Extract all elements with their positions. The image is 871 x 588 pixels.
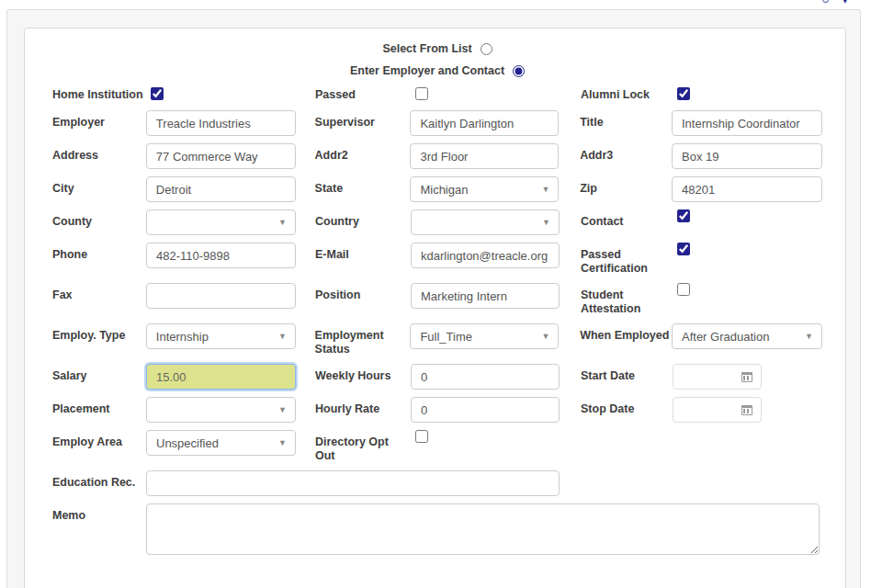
education-rec-input[interactable] [146, 470, 560, 496]
email-label: E-Mail [315, 243, 411, 262]
passed-label: Passed [315, 87, 411, 102]
employ-area-label: Employ Area [52, 430, 146, 449]
partial-circle-icon[interactable]: ○ [821, 0, 830, 6]
phone-label: Phone [52, 243, 146, 262]
placement-label: Placement [52, 397, 146, 416]
title-label: Title [580, 110, 672, 130]
passed-certification-checkbox[interactable] [677, 243, 690, 255]
chevron-down-icon: ▼ [805, 333, 813, 341]
when-employed-select[interactable]: After Graduation ▼ [672, 323, 822, 349]
enter-employer-and-contact-radio[interactable] [513, 65, 525, 77]
addr3-label: Addr3 [580, 143, 672, 163]
zip-label: Zip [580, 176, 672, 196]
education-rec-label: Education Rec. [52, 470, 146, 490]
directory-opt-out-label: Directory Opt Out [315, 430, 411, 463]
placement-select[interactable]: ▼ [146, 397, 296, 423]
position-label: Position [315, 283, 411, 302]
country-label: Country [315, 209, 411, 229]
fax-label: Fax [52, 283, 146, 302]
chevron-down-icon: ▼ [542, 333, 550, 341]
employ-area-select[interactable]: Unspecified ▼ [146, 430, 296, 456]
alumni-lock-label: Alumni Lock [581, 87, 673, 102]
mode-row-enter-employer: Enter Employer and Contact [52, 63, 822, 78]
address-input[interactable] [146, 143, 296, 169]
chevron-down-icon: ▼ [542, 219, 550, 227]
title-input[interactable] [672, 110, 822, 136]
enter-employer-and-contact-label: Enter Employer and Contact [350, 64, 504, 77]
calendar-icon[interactable] [741, 372, 752, 382]
calendar-icon[interactable] [741, 405, 752, 415]
start-date-input[interactable] [673, 364, 762, 390]
supervisor-label: Supervisor [315, 110, 411, 130]
row-placement-rate-stopdate: Placement ▼ Hourly Rate Stop Date [52, 397, 822, 423]
row-memo: Memo [52, 503, 822, 559]
country-select[interactable]: ▼ [411, 209, 560, 235]
home-institution-label: Home Institution [52, 87, 146, 102]
row-education-rec: Education Rec. [52, 470, 822, 496]
fax-input[interactable] [146, 283, 296, 309]
employer-form-card: Select From List Enter Employer and Cont… [24, 28, 846, 588]
alumni-lock-checkbox[interactable] [677, 87, 690, 100]
county-select[interactable]: ▼ [146, 209, 296, 235]
addr2-label: Addr2 [315, 143, 411, 163]
employment-status-select-value: Full_Time [420, 330, 472, 344]
partial-bookmark-icon[interactable]: ▾ [842, 0, 849, 7]
row-phone-email-cert: Phone E-Mail Passed Certification [52, 243, 822, 276]
passed-certification-label: Passed Certification [581, 243, 673, 276]
employer-input[interactable] [146, 110, 296, 136]
when-employed-select-value: After Graduation [682, 330, 769, 344]
directory-opt-out-checkbox[interactable] [415, 430, 428, 443]
select-from-list-radio[interactable] [481, 43, 492, 55]
city-label: City [52, 176, 146, 196]
salary-label: Salary [52, 364, 146, 383]
position-input[interactable] [411, 283, 560, 309]
salary-input[interactable] [146, 364, 296, 390]
supervisor-input[interactable] [410, 110, 559, 136]
email-input[interactable] [411, 243, 560, 268]
weekly-hours-label: Weekly Hours [315, 364, 411, 383]
city-input[interactable] [146, 176, 296, 202]
row-employer: Employer Supervisor Title [52, 110, 822, 136]
addr2-input[interactable] [410, 143, 559, 169]
mode-row-select-from-list: Select From List [52, 41, 822, 56]
content-container: Select From List Enter Employer and Cont… [6, 9, 861, 588]
county-label: County [52, 209, 146, 229]
memo-textarea[interactable] [146, 503, 820, 555]
chevron-down-icon: ▼ [542, 186, 550, 194]
hourly-rate-label: Hourly Rate [315, 397, 411, 416]
employ-type-select-value: Internship [156, 330, 209, 344]
when-employed-label: When Employed [580, 323, 672, 343]
home-institution-checkbox[interactable] [151, 87, 164, 100]
row-fax-position-attestation: Fax Position Student Attestation [52, 283, 822, 316]
addr3-input[interactable] [672, 143, 822, 169]
row-flags: Home Institution Passed Alumni Lock [52, 87, 822, 104]
employ-type-select[interactable]: Internship ▼ [146, 323, 296, 349]
chevron-down-icon: ▼ [278, 333, 287, 341]
hourly-rate-input[interactable] [411, 397, 560, 423]
state-select[interactable]: Michigan ▼ [410, 176, 559, 202]
chevron-down-icon: ▼ [278, 219, 287, 227]
employ-type-label: Employ. Type [52, 323, 146, 343]
contact-label: Contact [581, 209, 673, 229]
student-attestation-checkbox[interactable] [677, 283, 690, 296]
row-employment-type: Employ. Type Internship ▼ Employment Sta… [52, 323, 822, 356]
employer-label: Employer [52, 110, 146, 130]
row-salary-hours-startdate: Salary Weekly Hours Start Date [52, 364, 822, 390]
weekly-hours-input[interactable] [411, 364, 560, 390]
row-employ-area-directory: Employ Area Unspecified ▼ Directory Opt … [52, 430, 822, 463]
chevron-down-icon: ▼ [278, 406, 287, 414]
phone-input[interactable] [146, 243, 296, 268]
passed-checkbox[interactable] [415, 87, 428, 100]
student-attestation-label: Student Attestation [581, 283, 673, 316]
start-date-label: Start Date [581, 364, 673, 383]
row-county-country-contact: County ▼ Country ▼ Contact [52, 209, 822, 235]
contact-checkbox[interactable] [677, 209, 690, 222]
row-city-state-zip: City State Michigan ▼ Zip [52, 176, 822, 202]
stop-date-input[interactable] [673, 397, 762, 423]
employment-status-label: Employment Status [315, 323, 411, 356]
employment-status-select[interactable]: Full_Time ▼ [410, 323, 559, 349]
header-icons: ○ ▾ [820, 0, 864, 9]
zip-input[interactable] [672, 176, 822, 202]
employ-area-select-value: Unspecified [156, 436, 219, 450]
select-from-list-label: Select From List [382, 42, 471, 55]
